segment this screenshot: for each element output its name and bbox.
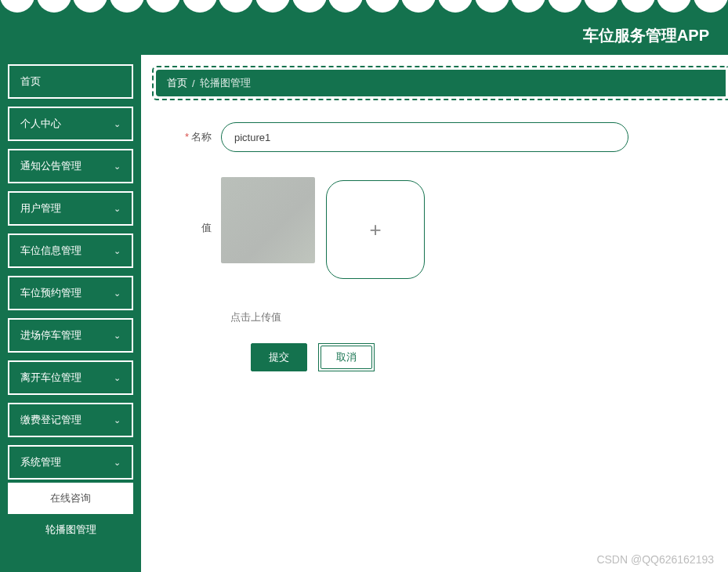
submit-button[interactable]: 提交 (251, 343, 307, 371)
sidebar-sub-carousel[interactable]: 轮播图管理 (8, 514, 133, 545)
chevron-down-icon: ⌄ (114, 204, 121, 214)
name-input[interactable] (221, 122, 628, 152)
sidebar-item-label: 车位信息管理 (20, 244, 81, 258)
sidebar-item-label: 缴费登记管理 (20, 413, 81, 427)
sidebar-item-label: 离开车位管理 (20, 371, 81, 385)
header-scallop-decoration (0, 0, 728, 13)
sidebar-item-label: 用户管理 (20, 201, 61, 215)
main-content: 首页 / 轮播图管理 *名称 值 + 点击上传值 提 (141, 55, 728, 572)
value-label: 值 (174, 174, 221, 235)
cancel-button[interactable]: 取消 (321, 346, 372, 369)
uploaded-image-thumbnail[interactable] (221, 177, 315, 263)
sidebar-item-leave[interactable]: 离开车位管理⌄ (8, 360, 133, 395)
breadcrumb-separator: / (192, 78, 195, 89)
sidebar-item-label: 系统管理 (20, 455, 61, 469)
chevron-down-icon: ⌄ (114, 288, 121, 299)
plus-icon: + (369, 219, 381, 240)
breadcrumb: 首页 / 轮播图管理 (152, 66, 728, 100)
sidebar-item-payment[interactable]: 缴费登记管理⌄ (8, 403, 133, 437)
sidebar-item-notice[interactable]: 通知公告管理⌄ (8, 149, 133, 183)
breadcrumb-home-link[interactable]: 首页 (167, 76, 187, 90)
sidebar-item-label: 个人中心 (20, 117, 61, 131)
app-header: 车位服务管理APP (0, 0, 728, 55)
sidebar-item-label: 车位预约管理 (20, 286, 81, 300)
sidebar-sub-label: 在线咨询 (50, 491, 91, 505)
cancel-button-wrap: 取消 (318, 343, 375, 371)
sidebar-item-users[interactable]: 用户管理⌄ (8, 191, 133, 226)
chevron-down-icon: ⌄ (114, 458, 121, 468)
sidebar-item-reservation[interactable]: 车位预约管理⌄ (8, 276, 133, 310)
sidebar-item-parking-info[interactable]: 车位信息管理⌄ (8, 234, 133, 268)
sidebar-sub-online-consult[interactable]: 在线咨询 (8, 483, 133, 514)
upload-hint: 点击上传值 (174, 310, 712, 324)
sidebar-item-system[interactable]: 系统管理⌄ (8, 445, 133, 480)
form-area: *名称 值 + 点击上传值 提交 取消 (152, 100, 728, 371)
chevron-down-icon: ⌄ (114, 161, 121, 172)
chevron-down-icon: ⌄ (114, 373, 121, 383)
sidebar-item-home[interactable]: 首页 (8, 64, 133, 99)
sidebar-sub-label: 轮播图管理 (45, 523, 96, 537)
app-title: 车位服务管理APP (583, 25, 709, 46)
upload-add-button[interactable]: + (326, 180, 425, 279)
chevron-down-icon: ⌄ (114, 331, 121, 341)
chevron-down-icon: ⌄ (114, 246, 121, 256)
sidebar-item-label: 首页 (20, 74, 41, 89)
watermark-text: CSDN @QQ626162193 (596, 553, 714, 566)
sidebar-item-label: 通知公告管理 (20, 159, 81, 173)
sidebar-item-entry[interactable]: 进场停车管理⌄ (8, 318, 133, 353)
chevron-down-icon: ⌄ (114, 415, 121, 425)
sidebar-item-profile[interactable]: 个人中心⌄ (8, 107, 133, 141)
breadcrumb-current: 轮播图管理 (200, 76, 251, 90)
sidebar-nav: 首页 个人中心⌄ 通知公告管理⌄ 用户管理⌄ 车位信息管理⌄ 车位预约管理⌄ 进… (0, 55, 141, 572)
chevron-down-icon: ⌄ (114, 119, 121, 129)
sidebar-item-label: 进场停车管理 (20, 328, 81, 342)
name-label: *名称 (174, 122, 221, 144)
